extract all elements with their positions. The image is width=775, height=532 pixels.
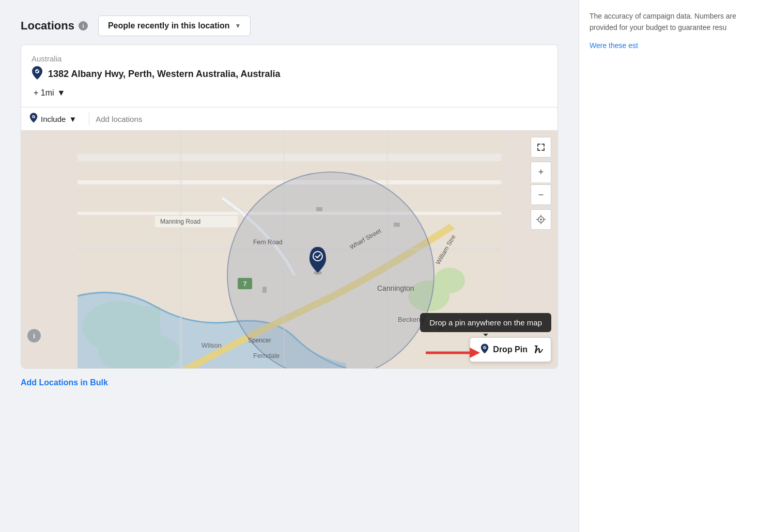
zoom-out-button[interactable]: − [531, 184, 551, 205]
address-row: 1382 Albany Hwy, Perth, Western Australi… [32, 66, 547, 82]
location-type-dropdown[interactable]: People recently in this location ▼ [98, 15, 251, 36]
sidebar-panel: The accuracy of campaign data. Numbers a… [579, 0, 775, 532]
svg-text:Cannington: Cannington [377, 284, 414, 292]
svg-rect-29 [394, 223, 400, 227]
add-locations-input[interactable] [96, 115, 549, 123]
zoom-in-button[interactable]: + [531, 162, 551, 182]
drop-pin-tooltip: Drop a pin anywhere on the map [420, 313, 551, 332]
locations-info-icon[interactable]: i [79, 21, 88, 30]
include-pin-icon [29, 113, 38, 125]
drop-pin-label: Drop Pin [493, 345, 528, 354]
expand-map-button[interactable] [531, 137, 551, 158]
radius-dropdown[interactable]: + 1mi ▼ [34, 88, 65, 98]
address-text: 1382 Albany Hwy, Perth, Western Australi… [48, 69, 281, 80]
drop-pin-area: Drop Pin 𝓱 [21, 337, 557, 368]
divider [89, 113, 89, 125]
svg-point-6 [434, 268, 465, 293]
locate-button[interactable] [531, 209, 551, 230]
dropdown-chevron-icon: ▼ [235, 22, 241, 29]
include-row: Include ▼ [21, 107, 557, 131]
location-pin-icon [32, 66, 43, 82]
svg-rect-28 [316, 207, 322, 211]
radius-chevron-icon: ▼ [57, 88, 66, 98]
svg-point-33 [313, 252, 322, 261]
svg-point-35 [540, 218, 542, 221]
cursor-icon: 𝓱 [534, 343, 540, 356]
svg-marker-41 [470, 348, 480, 358]
country-label: Australia [32, 54, 547, 63]
radius-value: + 1mi [34, 88, 54, 98]
include-dropdown[interactable]: Include ▼ [41, 115, 83, 123]
add-locations-bulk-link[interactable]: Add Locations in Bulk [21, 378, 108, 387]
include-chevron-icon: ▼ [69, 115, 76, 123]
location-card: Australia 1382 Albany Hwy, Perth, Wester… [21, 44, 558, 369]
location-info: Australia 1382 Albany Hwy, Perth, Wester… [21, 45, 557, 107]
svg-text:Fern Road: Fern Road [253, 239, 283, 246]
map-controls: + − [531, 137, 551, 230]
svg-rect-8 [78, 154, 501, 161]
radius-row: + 1mi ▼ [32, 88, 547, 98]
sidebar-text: The accuracy of campaign data. Numbers a… [590, 10, 765, 34]
locations-text: Locations [21, 19, 74, 33]
locations-label: Locations i [21, 19, 88, 33]
svg-rect-30 [262, 287, 267, 293]
map-container[interactable]: 7 Manning Road Fern Road Wharf Street Wi… [21, 131, 557, 368]
dropdown-label: People recently in this location [108, 21, 230, 30]
include-label: Include [41, 115, 66, 123]
svg-text:Manning Road: Manning Road [160, 218, 200, 225]
sidebar-link[interactable]: Were these est [590, 40, 765, 51]
